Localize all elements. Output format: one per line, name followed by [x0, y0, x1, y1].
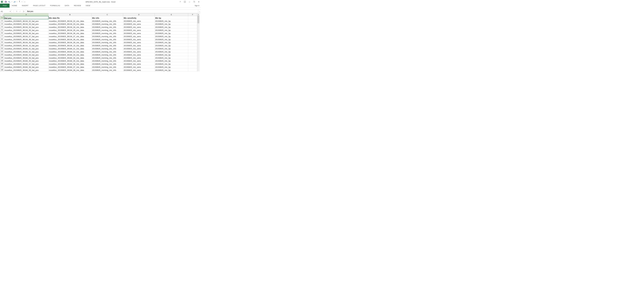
cell[interactable]: 20150825_mic_sens [123, 44, 155, 47]
cell[interactable]: rousettus_20150825_36134_05_mic_data [48, 28, 92, 32]
cell[interactable]: rousettus_20150825_39184_09_bat_pos [4, 68, 48, 72]
restore-icon[interactable] [193, 0, 196, 3]
undo-icon[interactable] [8, 0, 11, 3]
cell[interactable] [188, 44, 197, 47]
cell[interactable] [188, 65, 197, 68]
cell[interactable]: 20150825_mic_bp [155, 38, 188, 40]
row-header[interactable]: 5 [0, 28, 4, 32]
cell[interactable] [188, 22, 197, 25]
cell[interactable]: 20150825_mic_bp [155, 19, 188, 22]
redo-icon[interactable] [13, 0, 16, 3]
cell[interactable]: 20150825_morning_mic_info [92, 65, 123, 68]
cell[interactable]: rousettus_20150825_39184_05_mic_data [48, 59, 92, 62]
name-box[interactable]: A1 ▾ [0, 10, 11, 13]
redo-dropdown-icon[interactable]: ▾ [16, 1, 17, 2]
cell[interactable]: 20150825_mic_bp [155, 65, 188, 68]
cell[interactable] [188, 53, 197, 56]
cell[interactable] [188, 38, 197, 40]
tab-review[interactable]: REVIEW [72, 4, 83, 8]
cell[interactable]: rousettus_20150825_36134_07_bat_pos [4, 34, 48, 38]
cell[interactable]: 20150825_mic_sens [123, 22, 155, 25]
cell[interactable]: rousettus_20150825_39184_04_bat_pos [4, 56, 48, 59]
cell[interactable]: 20150825_mic_bp [155, 44, 188, 47]
cell[interactable] [188, 50, 197, 53]
cell[interactable]: 20150825_mic_sens [123, 32, 155, 34]
cell[interactable]: rousettus_20150825_39184_07_bat_pos [4, 62, 48, 65]
enter-icon[interactable]: ✓ [19, 10, 21, 13]
cell[interactable] [188, 25, 197, 28]
cell[interactable]: 20150825_mic_sens [123, 40, 155, 44]
row-header[interactable]: 12 [0, 50, 4, 53]
expand-formula-bar-icon[interactable]: ⌄ [198, 10, 201, 13]
cell[interactable]: 20150825_morning_mic_info [92, 19, 123, 22]
cell[interactable]: Bat pos [4, 16, 48, 19]
cell[interactable]: 20150825_mic_sens [123, 47, 155, 50]
tab-insert[interactable]: INSERT [20, 4, 31, 8]
select-all-corner[interactable] [0, 13, 4, 16]
scroll-up-icon[interactable]: ▲ [197, 13, 200, 16]
cell[interactable]: Mic sensitivity [123, 16, 155, 19]
row-header[interactable]: 4 [0, 25, 4, 28]
col-header-f[interactable]: F [188, 13, 197, 16]
cell[interactable]: rousettus_20150825_36134_04_bat_pos [4, 25, 48, 28]
save-icon[interactable] [4, 0, 7, 3]
cell[interactable]: 20150825_mic_bp [155, 56, 188, 59]
undo-dropdown-icon[interactable]: ▾ [12, 1, 12, 2]
cell[interactable]: 20150825_mic_bp [155, 47, 188, 50]
cell[interactable]: 20150825_morning_mic_info [92, 40, 123, 44]
cell[interactable]: Mic bp [155, 16, 188, 19]
cell[interactable]: 20150825_morning_mic_info [92, 50, 123, 53]
cell[interactable]: 20150825_mic_sens [123, 28, 155, 32]
cell[interactable]: rousettus_20150825_39184_05_bat_pos [4, 59, 48, 62]
col-header-d[interactable]: D [123, 13, 155, 16]
cell[interactable] [188, 28, 197, 32]
cell[interactable]: rousettus_20150825_39184_02_bat_pos [4, 50, 48, 53]
tab-file[interactable]: FILE [0, 4, 10, 8]
col-header-e[interactable]: E [155, 13, 188, 16]
cell[interactable]: 20150825_mic_sens [123, 62, 155, 65]
cell[interactable]: rousettus_20150825_39184_04_mic_data [48, 56, 92, 59]
row-header[interactable]: 13 [0, 53, 4, 56]
cell[interactable] [188, 47, 197, 50]
cell[interactable]: 20150825_mic_sens [123, 50, 155, 53]
cell[interactable]: rousettus_20150825_39184_06_mic_data [48, 62, 92, 65]
cell[interactable]: 20150825_morning_mic_info [92, 28, 123, 32]
insert-function-button[interactable]: fx [22, 10, 26, 13]
cell[interactable]: rousettus_20150825_36134_10_mic_data [48, 44, 92, 47]
cell[interactable]: 20150825_mic_sens [123, 68, 155, 72]
row-header[interactable]: 7 [0, 34, 4, 38]
cell[interactable]: 20150825_mic_bp [155, 34, 188, 38]
row-header[interactable]: 1 [0, 16, 4, 19]
cell[interactable]: rousettus_20150825_39184_07_mic_data [48, 65, 92, 68]
cell[interactable]: rousettus_20150825_36134_06_mic_data [48, 32, 92, 34]
cell[interactable]: rousettus_20150825_39184_01_bat_pos [4, 47, 48, 50]
cell[interactable]: rousettus_20150825_36134_03_mic_data [48, 22, 92, 25]
cell[interactable]: 20150825_mic_bp [155, 62, 188, 65]
excel-app-icon[interactable]: X [1, 0, 4, 3]
cell[interactable]: rousettus_20150825_36134_08_bat_pos [4, 38, 48, 40]
cell[interactable]: 20150825_morning_mic_info [92, 56, 123, 59]
touch-dropdown-icon[interactable]: ▾ [22, 1, 22, 2]
cell[interactable]: rousettus_20150825_36134_04_mic_data [48, 25, 92, 28]
cell[interactable]: 20150825_mic_sens [123, 59, 155, 62]
cell[interactable]: 20150825_morning_mic_info [92, 62, 123, 65]
touch-mouse-mode-icon[interactable] [18, 0, 21, 3]
cell[interactable]: 20150825_mic_sens [123, 34, 155, 38]
row-header[interactable]: 6 [0, 32, 4, 34]
cell[interactable]: rousettus_20150825_36134_10_bat_pos [4, 44, 48, 47]
cell[interactable]: 20150825_mic_sens [123, 19, 155, 22]
tab-view[interactable]: VIEW [83, 4, 92, 8]
cell[interactable]: 20150825_mic_bp [155, 50, 188, 53]
row-header[interactable]: 14 [0, 56, 4, 59]
cell[interactable]: 20150825_morning_mic_info [92, 32, 123, 34]
vertical-scrollbar[interactable]: ▲ [197, 13, 200, 72]
cell[interactable]: Mic info [92, 16, 123, 19]
cell[interactable]: 20150825_morning_mic_info [92, 25, 123, 28]
cell[interactable] [188, 68, 197, 72]
cell[interactable]: 20150825_morning_mic_info [92, 22, 123, 25]
cell[interactable]: rousettus_20150825_39184_01_mic_data [48, 47, 92, 50]
tab-data[interactable]: DATA [62, 4, 72, 8]
cell[interactable]: rousettus_20150825_36134_06_bat_pos [4, 32, 48, 34]
cell[interactable]: 20150825_mic_sens [123, 25, 155, 28]
cell[interactable]: rousettus_20150825_39184_02_mic_data [48, 50, 92, 53]
